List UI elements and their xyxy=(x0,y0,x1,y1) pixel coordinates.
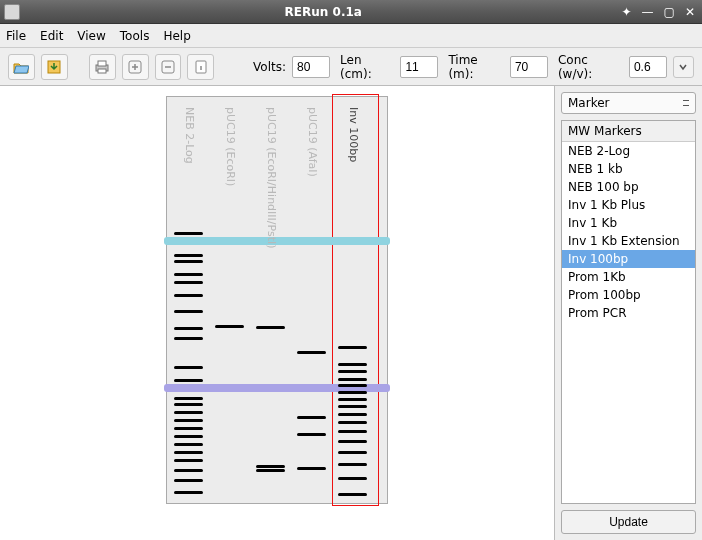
print-button[interactable] xyxy=(89,54,116,80)
gel-band xyxy=(174,435,203,438)
conc-input[interactable] xyxy=(629,56,667,78)
gel-band xyxy=(174,427,203,430)
gel-band xyxy=(174,443,203,446)
conc-label: Conc (w/v): xyxy=(558,53,623,81)
len-label: Len (cm): xyxy=(340,53,394,81)
menu-edit[interactable]: Edit xyxy=(40,29,63,43)
len-input[interactable] xyxy=(400,56,438,78)
list-item[interactable]: Prom 1Kb xyxy=(562,268,695,286)
list-header: MW Markers xyxy=(562,121,695,142)
gel-band xyxy=(174,366,203,369)
gel-band xyxy=(174,260,203,263)
gel-band xyxy=(338,421,367,424)
menu-tools[interactable]: Tools xyxy=(120,29,150,43)
gel-band xyxy=(338,405,367,408)
combo-value: Marker xyxy=(568,96,609,110)
gel-band xyxy=(256,326,285,329)
gel-band xyxy=(338,398,367,401)
gel-band xyxy=(338,463,367,466)
lane-4[interactable]: Inv 100bp xyxy=(334,97,371,503)
gel-band xyxy=(174,379,203,382)
lane-1[interactable]: pUC19 (EcoRI) xyxy=(211,97,248,503)
gel-band xyxy=(174,411,203,414)
gel-band xyxy=(256,469,285,472)
list-item[interactable]: Inv 1 Kb xyxy=(562,214,695,232)
gel-band xyxy=(174,419,203,422)
window-controls: ✦ — ▢ ✕ xyxy=(619,5,698,19)
side-panel: Marker MW Markers NEB 2-LogNEB 1 kbNEB 1… xyxy=(554,86,702,540)
gel-band xyxy=(338,370,367,373)
list-item[interactable]: Prom PCR xyxy=(562,304,695,322)
gel-band xyxy=(174,479,203,482)
gel-band xyxy=(338,413,367,416)
list-item[interactable]: Inv 1 Kb Plus xyxy=(562,196,695,214)
list-item[interactable]: NEB 2-Log xyxy=(562,142,695,160)
gel-band xyxy=(256,465,285,468)
category-combo[interactable]: Marker xyxy=(561,92,696,114)
gel-pane: NEB 2-Log pUC19 (EcoRI) pUC19 (EcoRI/Hin… xyxy=(0,86,554,540)
info-button[interactable] xyxy=(187,54,214,80)
gel-band xyxy=(174,451,203,454)
gel-band xyxy=(297,467,326,470)
gel-band xyxy=(338,477,367,480)
update-button[interactable]: Update xyxy=(561,510,696,534)
list-item[interactable]: Prom 100bp xyxy=(562,286,695,304)
pin-icon[interactable]: ✦ xyxy=(619,5,635,19)
maximize-icon[interactable]: ▢ xyxy=(661,5,678,19)
menu-bar: File Edit View Tools Help xyxy=(0,24,702,48)
open-button[interactable] xyxy=(8,54,35,80)
gel-band xyxy=(174,281,203,284)
lane-label: pUC19 (EcoRI/HindIII/PstI) xyxy=(264,107,277,249)
gel-band xyxy=(338,430,367,433)
gel-canvas[interactable]: NEB 2-Log pUC19 (EcoRI) pUC19 (EcoRI/Hin… xyxy=(166,96,388,504)
gel-band xyxy=(174,459,203,462)
menu-help[interactable]: Help xyxy=(163,29,190,43)
gel-band xyxy=(174,273,203,276)
gel-band xyxy=(174,232,203,235)
gel-band xyxy=(338,346,367,349)
lane-3[interactable]: pUC19 (AfaI) xyxy=(293,97,330,503)
volts-label: Volts: xyxy=(253,60,286,74)
remove-button[interactable] xyxy=(155,54,182,80)
gel-band xyxy=(338,378,367,381)
list-item[interactable]: Inv 1 Kb Extension xyxy=(562,232,695,250)
save-button[interactable] xyxy=(41,54,68,80)
lane-label: pUC19 (AfaI) xyxy=(305,107,318,177)
lane-0[interactable]: NEB 2-Log xyxy=(170,97,207,503)
lane-label: Inv 100bp xyxy=(346,107,359,162)
gel-band xyxy=(174,327,203,330)
window-title: RERun 0.1a xyxy=(28,5,619,19)
svg-rect-3 xyxy=(98,69,106,73)
time-input[interactable] xyxy=(510,56,548,78)
volts-input[interactable] xyxy=(292,56,330,78)
list-item[interactable]: NEB 1 kb xyxy=(562,160,695,178)
gel-band xyxy=(174,294,203,297)
gel-band xyxy=(297,433,326,436)
lane-label: pUC19 (EcoRI) xyxy=(223,107,236,186)
gel-band xyxy=(338,391,367,394)
gel-band xyxy=(338,363,367,366)
gel-band xyxy=(338,493,367,496)
gel-band xyxy=(174,469,203,472)
gel-band xyxy=(174,337,203,340)
add-button[interactable] xyxy=(122,54,149,80)
lane-2[interactable]: pUC19 (EcoRI/HindIII/PstI) xyxy=(252,97,289,503)
marker-listbox[interactable]: MW Markers NEB 2-LogNEB 1 kbNEB 100 bpIn… xyxy=(561,120,696,504)
gel-band xyxy=(215,325,244,328)
gel-band xyxy=(174,491,203,494)
svg-rect-2 xyxy=(98,61,106,66)
minimize-icon[interactable]: — xyxy=(639,5,657,19)
menu-file[interactable]: File xyxy=(6,29,26,43)
list-item[interactable]: Inv 100bp xyxy=(562,250,695,268)
toolbar: Volts: Len (cm): Time (m): Conc (w/v): xyxy=(0,48,702,86)
menu-view[interactable]: View xyxy=(77,29,105,43)
gel-band xyxy=(297,416,326,419)
gel-band xyxy=(174,397,203,400)
gel-band xyxy=(174,403,203,406)
close-icon[interactable]: ✕ xyxy=(682,5,698,19)
gel-band xyxy=(338,451,367,454)
gel-band xyxy=(174,254,203,257)
toolbar-overflow-button[interactable] xyxy=(673,56,694,78)
list-item[interactable]: NEB 100 bp xyxy=(562,178,695,196)
lane-label: NEB 2-Log xyxy=(182,107,195,164)
